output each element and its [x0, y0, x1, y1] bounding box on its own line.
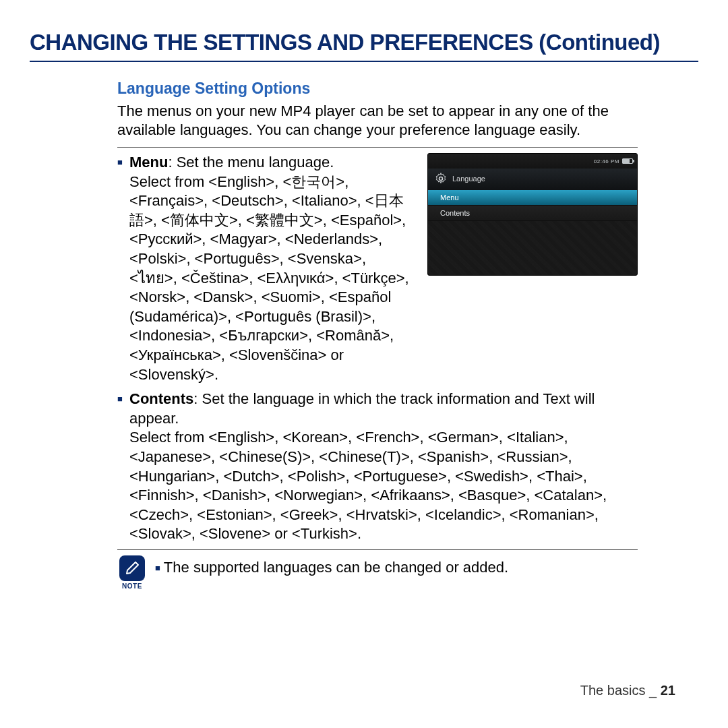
note-label: NOTE	[117, 582, 147, 590]
bullet-menu: ■ Menu: Set the menu language. Select fr…	[117, 153, 417, 384]
divider	[117, 549, 638, 550]
bullet-contents-lead: : Set the language in which the track in…	[129, 390, 595, 427]
battery-icon	[622, 158, 633, 164]
bullet-mark-icon: ■	[155, 563, 160, 574]
divider	[117, 147, 638, 148]
footer-page-number: 21	[661, 683, 675, 698]
gear-icon	[433, 171, 448, 186]
bullet-mark-icon: ■	[117, 153, 129, 384]
device-screen-title: Language	[452, 175, 485, 183]
bullet-contents: ■ Contents: Set the language in which th…	[117, 390, 638, 544]
bullet-menu-body: Select from <English>, <한국어>, <Français>…	[129, 173, 409, 383]
footer-separator: _	[649, 683, 657, 698]
page-footer: The basics _ 21	[580, 683, 675, 698]
device-time: 02:46 PM	[594, 158, 619, 164]
note-block: NOTE ■The supported languages can be cha…	[117, 555, 638, 590]
bullet-contents-body: Select from <English>, <Korean>, <French…	[129, 429, 607, 542]
bullet-mark-icon: ■	[117, 390, 129, 544]
bullet-menu-lead: : Set the menu language.	[168, 154, 334, 171]
section-subtitle: Language Setting Options	[117, 80, 638, 98]
device-row-menu[interactable]: Menu	[428, 190, 637, 206]
svg-point-0	[439, 177, 443, 181]
note-icon	[119, 555, 145, 581]
device-screenshot: 02:46 PM Language Menu Contents	[427, 153, 638, 276]
note-text: ■The supported languages can be changed …	[155, 555, 638, 578]
page-title: CHANGING THE SETTINGS AND PREFERENCES (C…	[30, 30, 698, 62]
device-background-pattern	[428, 221, 637, 275]
intro-paragraph: The menus on your new MP4 player can be …	[117, 102, 638, 139]
device-row-contents[interactable]: Contents	[428, 206, 637, 221]
footer-section: The basics	[580, 683, 646, 698]
bullet-menu-label: Menu	[129, 154, 168, 171]
bullet-contents-label: Contents	[129, 390, 193, 407]
